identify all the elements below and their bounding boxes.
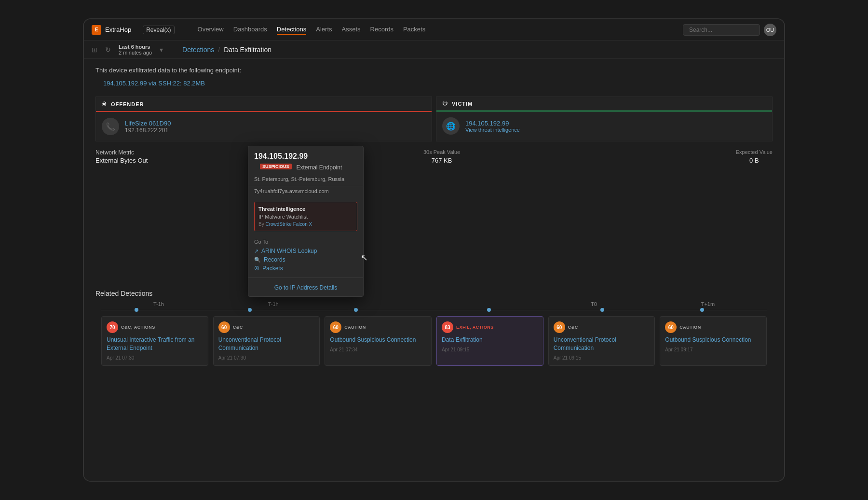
refresh-icon[interactable]: ↻ [105, 46, 111, 54]
detection-card-1[interactable]: 60 C&C Unconventional Protocol Communica… [213, 316, 320, 366]
search-area: OU [683, 24, 776, 36]
victim-header: 🛡 VICTIM [436, 97, 772, 111]
avatar[interactable]: OU [764, 24, 776, 36]
detection-cards: 70 C&C, ACTIONS Unusual Interactive Traf… [95, 316, 773, 366]
victim-label: VICTIM [452, 101, 473, 107]
threat-watchlist: IP Malware Watchlist [258, 214, 353, 220]
detection-card-5[interactable]: 60 CAUTION Outbound Suspicious Connectio… [660, 316, 767, 366]
timeline-label-4: T0 [591, 301, 597, 307]
victim-device-icon: 🌐 [442, 117, 460, 135]
goto-arin-label: ARIN WHOIS Lookup [261, 248, 317, 254]
goto-packets[interactable]: ⦿ Packets [254, 265, 357, 272]
breadcrumb-separator: / [218, 46, 220, 54]
victim-panel: 🛡 VICTIM 🌐 194.105.192.99 View threat in… [436, 97, 773, 141]
timeline-dot-0 [135, 308, 138, 312]
threat-source-link[interactable]: CrowdStrike Falcon X [265, 222, 312, 227]
timeline-label-1: T-1h [268, 301, 279, 307]
goto-section: Go To ↗ ARIN WHOIS Lookup 🔍 Records ⦿ Pa… [248, 235, 363, 278]
nav-packets[interactable]: Packets [403, 25, 425, 35]
goto-records-label: Records [264, 256, 285, 263]
det-date-5: Apr 21 09:17 [665, 347, 761, 352]
popup-location: St. Petersburg, St.-Petersburg, Russia [248, 174, 363, 186]
det-badge-row-5: 60 CAUTION [665, 321, 761, 333]
goto-packets-label: Packets [262, 265, 283, 272]
victim-body: 🌐 194.105.192.99 View threat intelligenc… [436, 111, 772, 140]
offender-panel: ☠ OFFENDER 📞 LifeSize 061D90 192.168.222… [95, 97, 432, 141]
det-tag-2: CAUTION [344, 325, 366, 330]
goto-arin-whois[interactable]: ↗ ARIN WHOIS Lookup [254, 248, 357, 254]
det-tag-5: CAUTION [679, 325, 701, 330]
threat-intelligence-box: Threat Intelligence IP Malware Watchlist… [254, 202, 357, 231]
nav-dashboards[interactable]: Dashboards [233, 25, 267, 35]
brand-name: ExtraHop [105, 26, 131, 33]
timeline-line [101, 310, 767, 310]
device-icon: 📞 [102, 118, 119, 135]
offender-body: 📞 LifeSize 061D90 192.168.222.201 [96, 112, 432, 141]
det-name-2: Outbound Suspicious Connection [330, 336, 426, 344]
extrahop-logo: E [92, 25, 101, 35]
goto-ip-details-link[interactable]: Go to IP Address Details [274, 284, 338, 291]
det-name-3: Data Exfiltration [442, 336, 538, 344]
brand-logo-area[interactable]: E ExtraHop [92, 25, 131, 35]
reveal-badge: Reveal(x) [143, 26, 174, 34]
breadcrumb-root[interactable]: Detections [182, 46, 214, 54]
detection-card-4[interactable]: 60 C&C Unconventional Protocol Communica… [548, 316, 655, 366]
metric-peak: 30s Peak Value 767 KB [423, 149, 460, 164]
victim-shield-icon: 🛡 [442, 101, 448, 107]
top-navigation: E ExtraHop Reveal(x) Overview Dashboards… [84, 19, 784, 41]
det-tag-4: C&C [568, 325, 578, 330]
score-badge-2: 60 [330, 321, 341, 333]
related-detections-section: Related Detections T-1h T-1h T0 T+1m [95, 290, 773, 366]
popup-ip: 194.105.192.99 [248, 146, 363, 163]
det-date-1: Apr 21 07:30 [218, 355, 315, 361]
search-input[interactable] [683, 24, 760, 36]
metric-expected: Expected Value 0 B [736, 149, 773, 164]
offender-device-info: LifeSize 061D90 192.168.222.201 [125, 120, 171, 134]
sub-navigation: ⊞ ↻ Last 6 hours 2 minutes ago ▾ Detecti… [84, 41, 784, 59]
last-updated: 2 minutes ago [119, 50, 152, 56]
goto-label: Go To [254, 239, 357, 245]
det-name-5: Outbound Suspicious Connection [665, 336, 761, 344]
breadcrumb: Detections / Data Exfiltration [182, 46, 271, 54]
related-detections-title: Related Detections [95, 290, 773, 297]
popup-footer[interactable]: Go to IP Address Details [248, 278, 363, 296]
main-content: This device exfiltrated data to the foll… [84, 59, 784, 482]
offender-skull-icon: ☠ [102, 101, 107, 107]
goto-records[interactable]: 🔍 Records [254, 256, 357, 263]
offender-device-name[interactable]: LifeSize 061D90 [125, 120, 171, 127]
time-range-info[interactable]: Last 6 hours 2 minutes ago [119, 44, 152, 56]
score-badge-5: 60 [665, 321, 677, 333]
offender-label: OFFENDER [111, 101, 144, 107]
nav-assets[interactable]: Assets [342, 25, 361, 35]
metric-section-label: Network Metric [95, 149, 148, 156]
det-date-0: Apr 21 07:30 [107, 355, 203, 361]
score-badge-3: 83 [442, 321, 453, 333]
nav-overview[interactable]: Overview [198, 25, 224, 35]
nav-records[interactable]: Records [370, 25, 393, 35]
threat-section-title: Threat Intelligence [258, 206, 353, 212]
detection-card-0[interactable]: 70 C&C, ACTIONS Unusual Interactive Traf… [101, 316, 208, 366]
det-name-1: Unconventional Protocol Communication [218, 336, 315, 352]
detection-card-2[interactable]: 60 CAUTION Outbound Suspicious Connectio… [325, 316, 432, 366]
exfil-entry: 194.105.192.99 via SSH:22: 82.2MB [103, 80, 773, 87]
view-threat-intelligence-link[interactable]: View threat intelligence [465, 127, 520, 133]
time-range-label: Last 6 hours [119, 44, 150, 50]
detection-card-3[interactable]: 83 EXFIL, ACTIONS Data Exfiltration Apr … [436, 316, 543, 366]
det-date-3: Apr 21 09:15 [442, 347, 538, 352]
main-navigation: Overview Dashboards Detections Alerts As… [198, 25, 671, 35]
score-badge-0: 70 [107, 321, 118, 333]
victim-device-ip[interactable]: 194.105.192.99 [465, 120, 520, 127]
search-icon: 🔍 [254, 257, 261, 263]
popup-domain: 7y4ruahfdf7ya.avsvmcloud.com [248, 186, 363, 198]
threat-by: By CrowdStrike Falcon X [258, 222, 353, 227]
chevron-down-icon[interactable]: ▾ [160, 46, 163, 54]
det-badge-row-3: 83 EXFIL, ACTIONS [442, 321, 538, 333]
nav-detections[interactable]: Detections [277, 25, 306, 35]
timeline-labels: T-1h T-1h T0 T+1m [95, 301, 773, 307]
expected-value: 0 B [736, 157, 773, 164]
det-badge-row-2: 60 CAUTION [330, 321, 426, 333]
nav-alerts[interactable]: Alerts [316, 25, 332, 35]
offender-device-ip: 192.168.222.201 [125, 127, 171, 134]
victim-device-info: 194.105.192.99 View threat intelligence [465, 120, 520, 133]
breadcrumb-current: Data Exfiltration [224, 46, 271, 54]
